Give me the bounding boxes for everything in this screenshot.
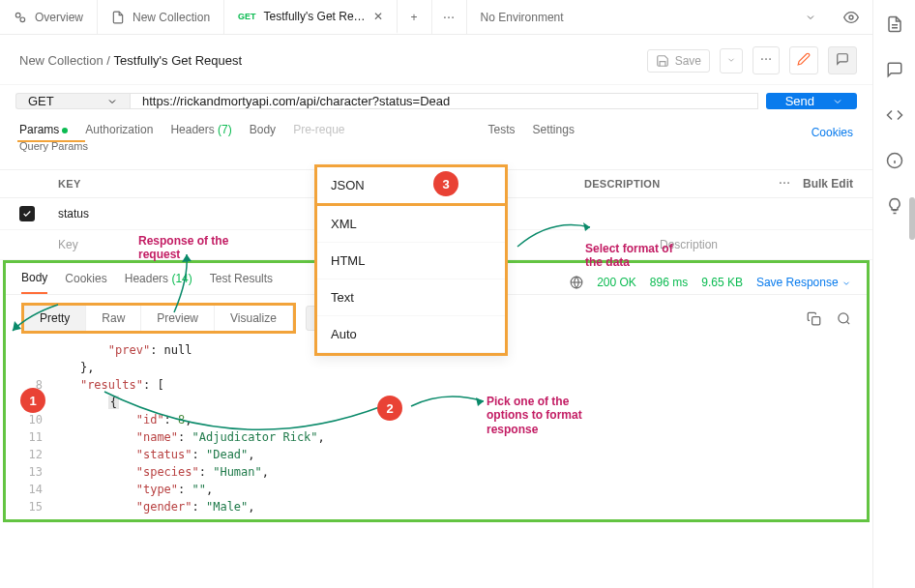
tab-resp-body[interactable]: Body [21,271,47,294]
info-icon [886,152,903,169]
tab-body[interactable]: Body [250,123,276,142]
annotation-badge-3: 3 [433,171,458,196]
tab-overview[interactable]: Overview [0,0,98,34]
format-option-xml[interactable]: XML [317,206,505,243]
svg-point-10 [783,182,785,184]
svg-point-6 [761,58,763,60]
url-value: https://rickandmortyapi.com/api/characte… [142,94,450,108]
tab-label: Params [19,123,59,136]
chevron-down-icon [106,96,118,107]
cookies-link[interactable]: Cookies [812,126,853,139]
bulk-edit-button[interactable]: Bulk Edit [803,177,853,191]
column-options-button[interactable] [778,176,791,192]
link-icon [14,11,27,24]
code-rail-button[interactable] [886,106,903,127]
format-option-json[interactable]: JSON [314,164,508,206]
chevron-down-icon [832,96,843,107]
view-environment-button[interactable] [830,0,872,34]
svg-marker-26 [476,397,484,406]
param-desc-placeholder[interactable]: Description [660,238,853,251]
comment-icon [836,52,849,66]
tab-label: Overview [35,11,83,24]
viewmode-visualize[interactable]: Visualize [215,306,293,331]
tab-authorization[interactable]: Authorization [85,123,153,142]
environment-selector[interactable]: No Environment [467,11,830,24]
comments-button[interactable] [828,46,857,74]
save-response-label: Save Response [756,276,839,289]
tab-pre-request[interactable]: Pre-reque [293,123,344,142]
param-enabled-checkbox[interactable] [19,206,35,221]
annotation-arrow [97,382,387,459]
save-button[interactable]: Save [647,49,710,73]
format-option-html[interactable]: HTML [317,243,505,279]
search-button[interactable] [837,311,851,326]
breadcrumb: New Collection / Testfully's Get Request [19,53,242,68]
response-time: 896 ms [650,276,688,289]
scroll-indicator[interactable] [909,197,915,240]
ellipsis-icon [442,11,456,24]
svg-point-2 [444,16,446,18]
tab-label: Headers [170,123,214,136]
request-tabs: Params Authorization Headers (7) Body Pr… [0,119,872,142]
tab-resp-tests[interactable]: Test Results [210,272,273,293]
globe-icon[interactable] [570,276,583,289]
more-actions-button[interactable] [753,46,780,74]
annotation-badge-1: 1 [20,388,45,413]
ellipsis-icon [759,52,773,66]
comment-icon [886,61,903,78]
method-selector[interactable]: GET [15,93,130,109]
svg-point-11 [787,182,789,184]
edit-button[interactable] [789,46,818,74]
viewmode-raw[interactable]: Raw [86,306,141,331]
tab-headers[interactable]: Headers (7) [170,123,231,142]
tab-active-request[interactable]: GET Testfully's Get Re… ✕ [224,0,398,34]
save-response-button[interactable]: Save Response [756,276,851,289]
chevron-down-icon [841,279,851,288]
method-badge: GET [238,12,256,21]
svg-rect-15 [812,316,820,324]
environment-label: No Environment [481,11,564,24]
format-option-text[interactable]: Text [317,279,505,316]
tab-label: New Collection [133,11,210,24]
save-icon [656,54,669,68]
annotation-arrow [5,300,63,338]
svg-point-8 [769,58,771,60]
response-size: 9.65 KB [701,276,743,289]
right-rail [872,0,915,588]
svg-point-1 [20,17,25,22]
active-dot [62,128,68,133]
tab-resp-cookies[interactable]: Cookies [65,272,106,293]
ellipsis-icon [778,176,791,190]
save-label: Save [675,54,701,68]
tab-params[interactable]: Params [19,123,68,142]
param-key[interactable]: status [58,207,310,220]
tab-new-collection[interactable]: New Collection [98,0,224,34]
documentation-button[interactable] [886,15,903,36]
breadcrumb-request: Testfully's Get Request [114,53,243,68]
tab-tests[interactable]: Tests [488,123,516,142]
format-option-auto[interactable]: Auto [317,316,505,353]
copy-button[interactable] [807,311,821,326]
tab-settings[interactable]: Settings [533,123,575,142]
close-icon[interactable]: ✕ [373,10,383,23]
file-icon [111,11,125,24]
tab-label: Headers [125,272,168,285]
url-input[interactable]: https://rickandmortyapi.com/api/characte… [130,93,758,109]
more-tabs-button[interactable] [432,0,467,34]
svg-line-17 [846,321,849,324]
svg-point-5 [849,15,853,19]
info-rail-button[interactable] [886,152,903,172]
save-options-button[interactable] [720,48,743,74]
format-dropdown-menu: JSON XML HTML Text Auto [314,164,508,356]
url-bar: GET https://rickandmortyapi.com/api/char… [0,85,872,119]
comments-rail-button[interactable] [886,61,903,81]
send-button[interactable]: Send [766,93,857,109]
pencil-icon [797,52,811,66]
help-rail-button[interactable] [886,197,903,218]
copy-icon [807,311,821,326]
annotation-text-response: Response of the request [138,234,245,262]
new-tab-button[interactable]: + [398,0,432,34]
request-header: New Collection / Testfully's Get Request… [0,35,872,85]
breadcrumb-collection[interactable]: New Collection [19,53,103,68]
svg-point-0 [15,13,20,17]
